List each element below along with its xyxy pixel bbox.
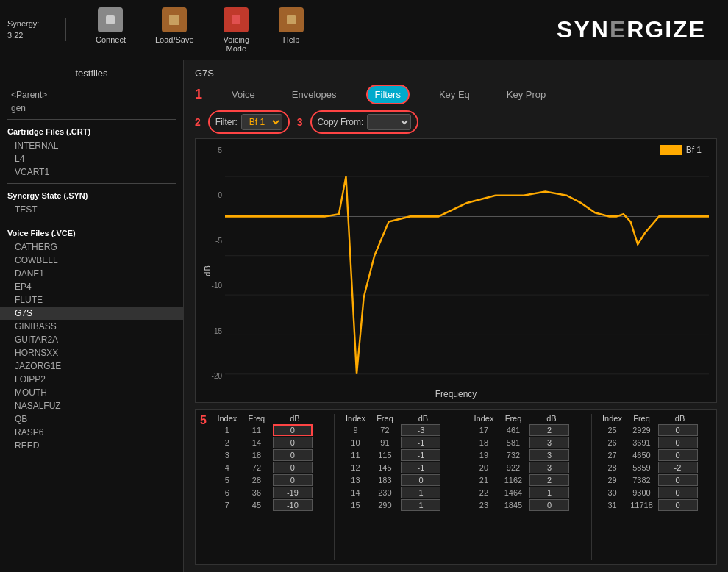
table-row: 20922: [471, 462, 584, 473]
db-input[interactable]: [401, 437, 440, 448]
sidebar-item-jazorg1e[interactable]: JAZORG1E: [0, 360, 183, 373]
filter-border: Filter: Bf 1 Bf 2: [208, 110, 290, 134]
sidebar-item-l4[interactable]: L4: [0, 152, 183, 165]
sidebar-synergy-label: Synergy State (.SYN): [0, 188, 183, 203]
db-input[interactable]: [401, 449, 440, 461]
db-input[interactable]: [529, 449, 569, 461]
sidebar-item-vcart1[interactable]: VCART1: [0, 165, 183, 179]
tab-key-prop[interactable]: Key Prop: [499, 86, 553, 103]
db-input[interactable]: [529, 424, 569, 436]
table-area: 5 Index Freq dB 111 214 318 472 528 636 …: [195, 409, 717, 565]
freq-table-4-header: Index Freq dB: [599, 414, 713, 423]
tabs-row: 1 Voice Envelopes Filters Key Eq Key Pro…: [195, 85, 717, 104]
tab-key-eq[interactable]: Key Eq: [432, 86, 477, 103]
sidebar-item-qb[interactable]: QB: [0, 412, 183, 426]
db-input[interactable]: [273, 437, 313, 448]
sidebar-item-dane1[interactable]: DANE1: [0, 267, 183, 280]
connect-label: Connect: [96, 35, 126, 44]
svg-rect-0: [106, 15, 115, 24]
table-divider-3: [591, 414, 592, 560]
voicing-button[interactable]: VoicingMode: [224, 7, 249, 53]
sidebar-parent-link[interactable]: <Parent>: [0, 88, 183, 101]
table-row: 13183: [342, 474, 455, 486]
db-input[interactable]: [401, 424, 440, 436]
sidebar-item-g7s[interactable]: G7S: [0, 307, 183, 320]
sidebar-item-ginibass[interactable]: GINIBASS: [0, 320, 183, 333]
app-logo: SYNERGIZE: [557, 16, 706, 43]
db-input[interactable]: [273, 462, 313, 473]
tab-envelopes[interactable]: Envelopes: [285, 86, 344, 103]
sidebar-item-loipp2[interactable]: LOIPP2: [0, 373, 183, 386]
freq-table-2: Index Freq dB 972 1091 11115 12145 13183…: [342, 414, 455, 560]
version-label: Synergy:: [7, 19, 39, 28]
table-row: 14230: [342, 487, 455, 498]
db-input[interactable]: [529, 437, 569, 448]
sidebar-item-test[interactable]: TEST: [0, 203, 183, 216]
db-input[interactable]: [529, 487, 569, 498]
top-buttons: Connect Load/Save VoicingMode Help: [74, 7, 557, 53]
sidebar-item-nasalfuz[interactable]: NASALFUZ: [0, 399, 183, 412]
db-input[interactable]: [401, 474, 440, 486]
db-input[interactable]: [658, 449, 698, 461]
freq-table-1-header: Index Freq dB: [214, 414, 327, 423]
annotation-3: 3: [297, 116, 303, 128]
db-input[interactable]: [658, 499, 698, 511]
chart-container: Bf 1 dB 5 0 -5 -10 -15 -20: [195, 138, 717, 403]
tab-voice[interactable]: Voice: [224, 86, 263, 103]
synergy-version: Synergy: 3.22: [7, 18, 66, 41]
table-row: 221464: [471, 487, 584, 498]
chart-xaxis-label: Frequency: [435, 389, 477, 399]
db-input[interactable]: [273, 424, 313, 436]
db-input[interactable]: [658, 424, 698, 436]
db-input[interactable]: [529, 474, 569, 486]
sidebar-item-catherg[interactable]: CATHERG: [0, 240, 183, 254]
help-button[interactable]: Help: [279, 7, 304, 53]
annotation-5: 5: [200, 414, 207, 427]
sidebar-item-internal[interactable]: INTERNAL: [0, 139, 183, 152]
db-input[interactable]: [529, 499, 569, 511]
sidebar-item-rasp6[interactable]: RASP6: [0, 426, 183, 439]
sidebar-item-hornsxx[interactable]: HORNSXX: [0, 346, 183, 360]
sidebar-item-reed[interactable]: REED: [0, 439, 183, 452]
table-row: 318: [214, 449, 327, 461]
table-row: 18581: [471, 437, 584, 448]
help-label: Help: [283, 35, 300, 44]
sidebar-item-mouth[interactable]: MOUTH: [0, 386, 183, 399]
loadsave-button[interactable]: Load/Save: [155, 7, 194, 53]
copy-from-select[interactable]: [367, 114, 411, 130]
sidebar-item-cowbell[interactable]: COWBELL: [0, 254, 183, 267]
connect-icon: [98, 7, 123, 32]
table-row: 111: [214, 424, 327, 436]
sidebar-divider-3: [7, 221, 176, 221]
voicing-label: VoicingMode: [224, 35, 249, 53]
db-input[interactable]: [658, 462, 698, 473]
annotation-1: 1: [195, 87, 202, 102]
table-row: 472: [214, 462, 327, 473]
sidebar-item-guitar2a[interactable]: GUITAR2A: [0, 333, 183, 346]
copy-from-border: Copy From:: [310, 110, 419, 134]
filter-select[interactable]: Bf 1 Bf 2: [241, 114, 282, 130]
sidebar-item-ep4[interactable]: EP4: [0, 280, 183, 293]
db-input[interactable]: [273, 499, 313, 511]
loadsave-icon: [162, 7, 187, 32]
svg-rect-2: [232, 15, 240, 24]
tab-filters[interactable]: Filters: [366, 85, 410, 104]
db-input[interactable]: [658, 474, 698, 486]
sidebar-gen-link[interactable]: gen: [0, 101, 183, 115]
db-input[interactable]: [658, 487, 698, 498]
db-input[interactable]: [401, 499, 440, 511]
db-input[interactable]: [273, 449, 313, 461]
table-row: 1091: [342, 437, 455, 448]
db-input[interactable]: [401, 487, 440, 498]
freq-table-1: Index Freq dB 111 214 318 472 528 636 74…: [214, 414, 327, 560]
db-input[interactable]: [658, 437, 698, 448]
loadsave-label: Load/Save: [155, 35, 194, 44]
db-input[interactable]: [401, 462, 440, 473]
sidebar-item-flute[interactable]: FLUTE: [0, 293, 183, 307]
connect-button[interactable]: Connect: [96, 7, 126, 53]
table-row: 252929: [599, 424, 713, 436]
db-input[interactable]: [273, 474, 313, 486]
chart-svg: [225, 146, 709, 380]
db-input[interactable]: [273, 487, 313, 498]
db-input[interactable]: [529, 462, 569, 473]
